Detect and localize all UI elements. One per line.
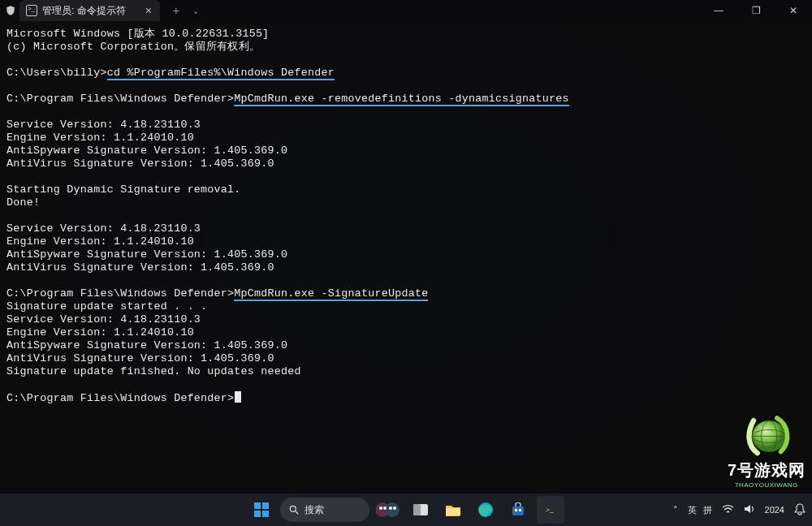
- shield-icon: [5, 5, 16, 16]
- terminal-line: [6, 80, 806, 93]
- taskbar: 搜索 >_ ˄ 英 拼: [0, 494, 812, 526]
- cursor: [235, 391, 241, 403]
- terminal-line: [6, 106, 806, 119]
- terminal-app-icon: >_: [543, 503, 558, 516]
- ime-lang-2[interactable]: 拼: [703, 504, 712, 516]
- task-view-button[interactable]: [407, 496, 434, 524]
- tray-year[interactable]: 2024: [765, 505, 784, 515]
- terminal-line: AntiSpyware Signature Version: 1.405.369…: [6, 144, 806, 157]
- tab-close-icon[interactable]: ×: [145, 4, 152, 17]
- terminal-line: (c) Microsoft Corporation。保留所有权利。: [6, 41, 806, 54]
- terminal-icon: [26, 5, 37, 16]
- terminal-line: Engine Version: 1.1.24010.10: [6, 132, 806, 144]
- terminal-line: AntiSpyware Signature Version: 1.405.369…: [6, 248, 806, 261]
- tab-title: 管理员: 命令提示符: [42, 4, 126, 18]
- search-icon: [288, 504, 300, 515]
- terminal-line: [6, 209, 806, 222]
- terminal-line: AntiVirus Signature Version: 1.405.369.0: [6, 157, 806, 170]
- minimize-button[interactable]: —: [700, 0, 737, 21]
- svg-rect-18: [413, 504, 421, 515]
- terminal-line: C:\Program Files\Windows Defender>: [6, 391, 806, 405]
- svg-text:>_: >_: [546, 506, 554, 514]
- terminal-line: C:\Program Files\Windows Defender>MpCmdR…: [6, 93, 806, 106]
- tab-chevron-down-icon[interactable]: ⌄: [188, 6, 204, 15]
- taskbar-chat-icon[interactable]: [374, 496, 402, 524]
- svg-rect-7: [254, 511, 261, 517]
- tray-chevron-up-icon[interactable]: ˄: [673, 505, 678, 515]
- command: cd %ProgramFiles%\Windows Defender: [107, 67, 335, 80]
- search-placeholder: 搜索: [304, 503, 324, 517]
- svg-point-12: [385, 502, 400, 517]
- svg-point-15: [389, 507, 392, 510]
- command: MpCmdRun.exe -SignatureUpdate: [234, 287, 428, 301]
- terminal-line: [6, 274, 806, 287]
- terminal-line: C:\Users\billy>cd %ProgramFiles%\Windows…: [6, 67, 806, 80]
- maximize-button[interactable]: ❐: [737, 0, 775, 21]
- prompt: C:\Program Files\Windows Defender>: [6, 392, 234, 404]
- terminal-line: [6, 54, 806, 67]
- svg-rect-22: [515, 509, 517, 511]
- prompt: C:\Users\billy>: [6, 67, 107, 79]
- task-view-icon: [413, 504, 428, 515]
- terminal-line: Service Version: 4.18.23110.3: [6, 119, 806, 132]
- command: MpCmdRun.exe -removedefinitions -dynamic…: [234, 93, 568, 106]
- terminal-line: Engine Version: 1.1.24010.10: [6, 235, 806, 248]
- notifications-icon[interactable]: [794, 503, 806, 517]
- new-tab-button[interactable]: +: [168, 4, 184, 17]
- terminal-line: Service Version: 4.18.23110.3: [6, 222, 806, 235]
- window-titlebar: 管理员: 命令提示符 × + ⌄ — ❐ ✕: [0, 0, 812, 21]
- svg-line-10: [296, 511, 299, 515]
- terminal-line: Service Version: 4.18.23110.3: [6, 313, 806, 326]
- edge-icon: [477, 502, 494, 518]
- ime-lang-1[interactable]: 英: [688, 504, 697, 516]
- terminal-line: [6, 170, 806, 183]
- terminal-line: Microsoft Windows [版本 10.0.22631.3155]: [6, 28, 806, 41]
- svg-point-14: [383, 507, 387, 510]
- svg-rect-6: [262, 502, 269, 509]
- terminal-taskbar-button[interactable]: >_: [537, 496, 564, 524]
- wifi-icon[interactable]: [722, 504, 734, 515]
- terminal-line: Starting Dynamic Signature removal.: [6, 183, 806, 196]
- store-icon: [511, 502, 525, 517]
- terminal-window: 管理员: 命令提示符 × + ⌄ — ❐ ✕ Microsoft Windows…: [0, 0, 812, 526]
- edge-button[interactable]: [472, 496, 499, 524]
- start-button[interactable]: [248, 496, 275, 524]
- terminal-line: Engine Version: 1.1.24010.10: [6, 326, 806, 339]
- windows-logo-icon: [253, 502, 270, 518]
- terminal-line: Signature update started . . .: [6, 300, 806, 313]
- terminal-line: AntiVirus Signature Version: 1.405.369.0: [6, 261, 806, 274]
- prompt: C:\Program Files\Windows Defender>: [6, 93, 234, 105]
- svg-point-9: [290, 506, 296, 511]
- svg-rect-19: [446, 508, 460, 515]
- terminal-line: Signature update finished. No updates ne…: [6, 365, 806, 378]
- terminal-line: C:\Program Files\Windows Defender>MpCmdR…: [6, 287, 806, 300]
- svg-point-13: [379, 507, 382, 510]
- close-button[interactable]: ✕: [775, 0, 812, 21]
- svg-point-16: [393, 507, 396, 510]
- terminal-output[interactable]: Microsoft Windows [版本 10.0.22631.3155](c…: [0, 21, 812, 526]
- terminal-line: [6, 378, 806, 391]
- svg-rect-21: [512, 507, 524, 515]
- store-button[interactable]: [504, 496, 532, 524]
- tab-cmd[interactable]: 管理员: 命令提示符 ×: [19, 0, 160, 21]
- terminal-line: Done!: [6, 196, 806, 209]
- taskbar-search[interactable]: 搜索: [280, 498, 369, 522]
- svg-rect-23: [519, 509, 521, 511]
- svg-rect-8: [262, 511, 269, 517]
- file-explorer-button[interactable]: [439, 496, 467, 524]
- terminal-line: AntiVirus Signature Version: 1.405.369.0: [6, 352, 806, 365]
- svg-rect-5: [254, 502, 261, 509]
- terminal-line: AntiSpyware Signature Version: 1.405.369…: [6, 339, 806, 352]
- system-tray: ˄ 英 拼 2024: [673, 503, 806, 517]
- prompt: C:\Program Files\Windows Defender>: [6, 287, 234, 300]
- volume-icon[interactable]: [744, 504, 755, 515]
- folder-icon: [445, 503, 461, 516]
- chat-bubbles-icon: [376, 501, 400, 519]
